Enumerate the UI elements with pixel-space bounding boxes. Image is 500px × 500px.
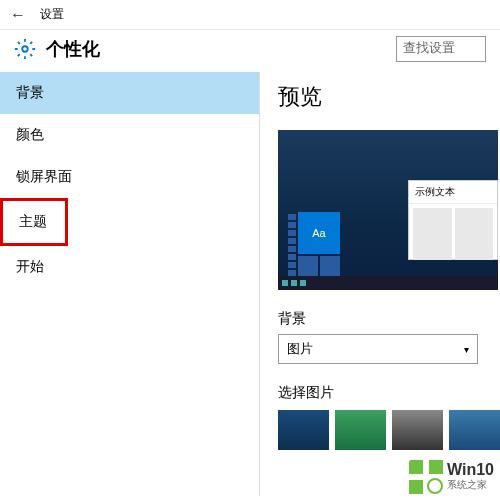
gear-icon (14, 38, 36, 60)
picture-thumbnails (278, 410, 500, 450)
preview-heading: 预览 (278, 82, 500, 112)
background-dropdown-value: 图片 (287, 340, 313, 358)
preview-taskbar (278, 276, 498, 290)
titlebar-text: 设置 (40, 6, 64, 23)
preview-window-title: 示例文本 (409, 181, 497, 204)
preview-sample-window: 示例文本 (408, 180, 498, 260)
watermark: Win10 系统之家 (409, 460, 494, 494)
preview-tile-aa: Aa (298, 212, 340, 254)
sidebar-item-start[interactable]: 开始 (0, 246, 259, 288)
thumbnail-3[interactable] (392, 410, 443, 450)
thumbnail-1[interactable] (278, 410, 329, 450)
desktop-preview: Aa 示例文本 (278, 130, 498, 290)
sidebar-item-lockscreen[interactable]: 锁屏界面 (0, 156, 259, 198)
highlight-annotation: 主题 (0, 198, 68, 246)
titlebar: ← 设置 (0, 0, 500, 30)
sidebar: 背景 颜色 锁屏界面 主题 开始 (0, 72, 260, 496)
sidebar-item-colors[interactable]: 颜色 (0, 114, 259, 156)
chevron-down-icon: ▾ (464, 344, 469, 355)
thumbnail-4[interactable] (449, 410, 500, 450)
back-arrow-icon[interactable]: ← (10, 6, 34, 24)
svg-point-0 (22, 46, 28, 52)
background-label: 背景 (278, 310, 500, 328)
main-panel: 预览 Aa 示例文本 (260, 72, 500, 496)
background-dropdown[interactable]: 图片 ▾ (278, 334, 478, 364)
sidebar-item-background[interactable]: 背景 (0, 72, 259, 114)
content: 背景 颜色 锁屏界面 主题 开始 预览 Aa (0, 72, 500, 496)
page-title: 个性化 (46, 37, 100, 61)
watermark-logo-icon (409, 460, 443, 494)
watermark-site: 系统之家 (447, 478, 494, 492)
header: 个性化 查找设置 (0, 30, 500, 72)
preview-start-tiles: Aa (288, 212, 340, 276)
sidebar-item-themes[interactable]: 主题 (5, 205, 65, 239)
choose-picture-label: 选择图片 (278, 384, 500, 402)
watermark-brand: Win10 (447, 462, 494, 478)
thumbnail-2[interactable] (335, 410, 386, 450)
search-input[interactable]: 查找设置 (396, 36, 486, 62)
header-left: 个性化 (14, 37, 100, 61)
